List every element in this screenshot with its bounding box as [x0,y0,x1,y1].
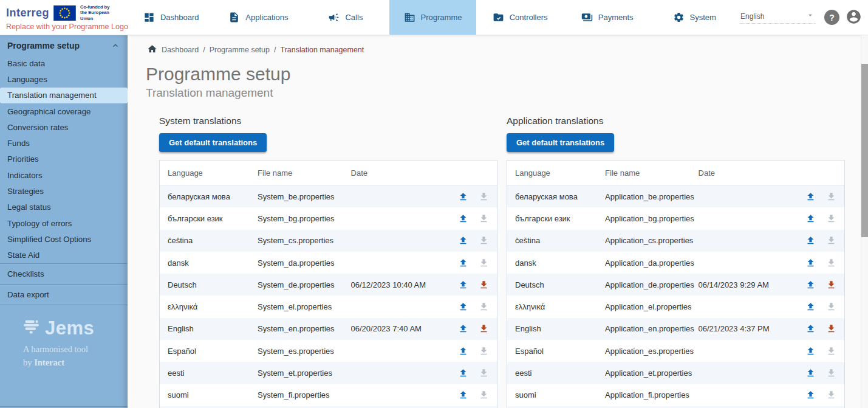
upload-icon[interactable] [805,235,816,246]
sidebar-item-label: Conversion rates [7,123,69,132]
upload-icon[interactable] [458,258,468,268]
sidebar-item-label: Simplified Cost Options [7,235,91,244]
table-row: eesti System_et.properties [160,362,497,384]
download-icon[interactable] [479,323,489,334]
get-default-translations-button[interactable]: Get default translations [159,133,267,152]
upload-icon[interactable] [805,213,816,224]
upload-icon[interactable] [805,192,816,202]
upload-icon[interactable] [805,323,816,334]
table-row: eesti Application_et.properties [507,362,844,384]
upload-icon[interactable] [458,302,468,312]
sidebar-item-conversion-rates[interactable]: Conversion rates [0,119,128,135]
calls-icon [328,12,340,23]
row-actions [443,280,489,290]
sidebar-item-simplified-cost-options[interactable]: Simplified Cost Options [0,231,128,247]
sidebar-item-legal-status[interactable]: Legal status [0,199,128,215]
download-icon [479,302,489,312]
upload-icon[interactable] [805,280,816,290]
nav-item-label: Programme [421,13,462,22]
sidebar-item-label: Priorities [7,154,39,164]
upload-icon[interactable] [805,368,816,378]
download-icon [479,390,489,400]
column-header-filename: File name [605,168,698,178]
account-button[interactable] [846,10,861,25]
sidebar-item-priorities[interactable]: Priorities [0,151,128,167]
breadcrumb-dashboard[interactable]: Dashboard [162,46,199,54]
sidebar-item-label: Basic data [7,59,45,68]
sidebar-item-label: Languages [7,75,47,84]
download-icon [479,235,489,246]
scrollbar-thumb[interactable] [861,64,868,237]
column-header-date: Date [351,168,443,178]
sidebar-item-label: Strategies [7,187,44,196]
nav-item-controllers[interactable]: Controllers [476,0,564,35]
upload-icon[interactable] [458,192,468,202]
sidebar-item-funds[interactable]: Funds [0,135,128,151]
home-icon[interactable] [147,44,157,56]
nav-item-calls[interactable]: Calls [302,0,389,35]
upload-icon[interactable] [805,258,816,268]
language-selector[interactable]: English [740,11,815,24]
payments-icon [581,12,593,23]
breadcrumb-separator: / [274,46,276,54]
page-title: Programme setup [146,64,845,85]
row-actions [790,235,836,246]
row-filename: System_fi.properties [258,390,350,399]
nav-item-payments[interactable]: Payments [564,0,651,35]
nav-item-applications[interactable]: Applications [215,0,302,35]
breadcrumb-programme-setup[interactable]: Programme setup [210,46,270,54]
app-window: Interreg Co-funded by the European Union… [0,0,868,408]
upload-icon[interactable] [458,390,468,400]
row-filename: Application_da.properties [605,258,698,268]
breadcrumb: Dashboard / Programme setup / Translatio… [147,44,845,56]
nav-item-system[interactable]: System [651,0,738,35]
nav-item-label: Applications [245,13,288,22]
upload-icon[interactable] [805,302,816,312]
sidebar-item-data-export[interactable]: Data export [0,285,128,305]
download-icon[interactable] [826,323,836,334]
row-filename: System_be.properties [258,192,350,201]
sidebar-item-translation-management[interactable]: Translation management [0,88,128,103]
sidebar-item-basic-data[interactable]: Basic data [0,55,128,71]
nav-item-label: Payments [598,13,634,22]
row-language: suomi [515,390,605,399]
table-row: čeština Application_cs.properties [507,230,844,252]
sidebar-item-indicators[interactable]: Indicators [0,167,128,183]
row-filename: Application_en.properties [605,324,698,333]
sidebar-item-label: Data export [7,290,49,299]
row-language: eesti [515,368,605,378]
replace-logo-note: Replace with your Programme Logo [6,22,123,31]
sidebar-item-geographical-coverage[interactable]: Geographical coverage [0,103,128,119]
upload-icon[interactable] [805,390,816,400]
upload-icon[interactable] [458,213,468,224]
row-language: Español [515,347,605,356]
sidebar-item-languages[interactable]: Languages [0,71,128,87]
nav-item-programme[interactable]: Programme [389,0,477,35]
sidebar-item-checklists[interactable]: Checklists [0,264,128,284]
vertical-scrollbar[interactable] [861,35,868,408]
row-actions [443,390,489,400]
column-header-language: Language [515,168,605,178]
controllers-icon [493,12,504,23]
sidebar-item-strategies[interactable]: Strategies [0,183,128,199]
download-icon[interactable] [826,280,836,290]
help-button[interactable]: ? [824,10,839,25]
sidebar-item-state-aid[interactable]: State Aid [0,247,128,263]
download-icon [826,390,836,400]
download-icon[interactable] [479,280,489,290]
row-actions [443,235,489,246]
programme-logo-block: Interreg Co-funded by the European Union… [0,0,128,35]
row-filename: Application_es.properties [605,347,698,356]
upload-icon[interactable] [458,235,468,246]
upload-icon[interactable] [805,346,816,356]
sidebar-item-typology-of-errors[interactable]: Typology of errors [0,215,128,231]
upload-icon[interactable] [458,368,468,378]
upload-icon[interactable] [458,280,468,290]
sidebar-section-programme-setup[interactable]: Programme setup [0,35,128,55]
table-row: suomi Application_fi.properties [507,384,844,406]
nav-item-dashboard[interactable]: Dashboard [128,0,215,35]
get-default-translations-button[interactable]: Get default translations [507,133,614,152]
upload-icon[interactable] [458,323,468,334]
upload-icon[interactable] [458,346,468,356]
row-actions [443,213,489,224]
